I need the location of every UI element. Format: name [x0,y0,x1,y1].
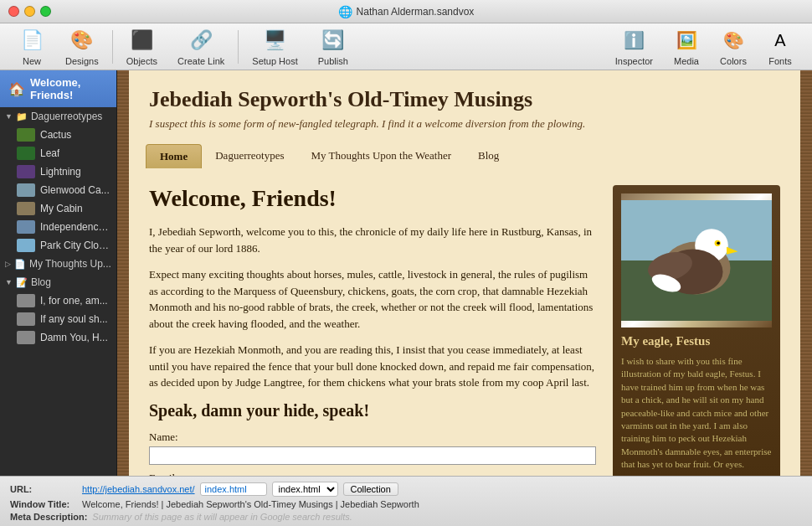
colors-icon: 🎨 [720,27,747,54]
publish-button[interactable]: 🔄 Publish [308,27,358,66]
content-area: Jebediah Sepworth's Old-Timey Musings I … [117,70,812,476]
sidebar-welcome-label: Welcome, Friends! [30,76,108,101]
fonts-button[interactable]: A Fonts [757,27,804,66]
inspector-icon: ℹ️ [620,27,647,54]
sidebar-item-independence[interactable]: Independence... [0,218,116,236]
name-input[interactable] [149,446,596,465]
site-subtitle: I suspect this is some form of new-fangl… [149,117,780,131]
blog-icon: 📝 [16,277,28,288]
thumb-lightning [17,165,35,178]
create-link-button[interactable]: 🔗 Create Link [167,27,234,66]
page-title: Welcome, Friends! [149,185,596,212]
nav-thoughts[interactable]: My Thoughts Upon the Weather [298,144,465,168]
thumb-glenwood [17,183,35,197]
close-button[interactable] [8,6,19,17]
nav-bar: Home Daguerreotypes My Thoughts Upon the… [146,144,780,168]
separator-2 [238,30,239,64]
title-bar: 🌐 Nathan Alderman.sandvox [0,0,812,23]
expand-arrow: ▼ [5,112,13,121]
page-wrapper: Jebediah Sepworth's Old-Timey Musings I … [117,70,812,476]
page-icon: 📄 [14,259,26,270]
sidebar-item-blog2[interactable]: If any soul sh... [0,310,116,328]
objects-icon: ⬛ [128,27,155,54]
section-label: Daguerreotypes [31,111,102,122]
expand-arrow-3: ▼ [5,278,13,286]
url-file-input[interactable] [200,482,267,496]
objects-button[interactable]: ⬛ Objects [116,27,167,66]
meta-row: Meta Description: Summary of this page a… [10,512,802,522]
thumb-blog3 [17,331,35,344]
bottom-bar: URL: http://jebediah.sandvox.net/ index.… [0,476,812,526]
sidebar-item-leaf[interactable]: Leaf [0,144,116,162]
toolbar: 📄 New 🎨 Designs ⬛ Objects 🔗 Create Link … [0,23,812,70]
thumb-leaf [17,147,35,160]
eagle-caption: My eagle, Festus [621,334,772,348]
window-title-value: Welcome, Friends! | Jebediah Sepworth's … [82,499,419,509]
thumb-blog2 [17,312,35,326]
inspector-button[interactable]: ℹ️ Inspector [605,27,663,66]
sidebar-item-lightning[interactable]: Lightning [0,162,116,181]
colors-button[interactable]: 🎨 Colors [710,27,757,66]
thumb-independence [17,220,35,234]
nav-blog[interactable]: Blog [465,144,512,168]
sidebar-section-thoughts[interactable]: ▷ 📄 My Thoughts Up... [0,255,116,273]
link-icon: 🔗 [188,27,214,54]
paragraph-1: I, Jebediah Sepworth, welcome you to thi… [149,224,596,256]
window-controls[interactable] [8,6,51,17]
svg-point-6 [717,242,720,245]
eagle-text: I wish to share with you this fine illus… [621,355,772,472]
meta-placeholder: Summary of this page as it will appear i… [92,512,352,522]
email-label: Email: [149,472,596,477]
meta-label: Meta Description: [10,512,87,522]
setup-host-icon: 🖥️ [262,27,289,54]
new-icon: 📄 [18,27,45,54]
sidebar-item-glenwood[interactable]: Glenwood Ca... [0,181,116,199]
maximize-button[interactable] [40,6,51,17]
site-title: Jebediah Sepworth's Old-Timey Musings [149,87,780,112]
welcome-icon: 🏠 [8,81,25,97]
separator-1 [112,30,113,64]
name-label: Name: [149,431,596,444]
sidebar-item-cactus[interactable]: Cactus [0,126,116,144]
nav-home[interactable]: Home [146,144,202,168]
window-title: Nathan Alderman.sandvox [357,6,475,18]
url-select[interactable]: index.html [272,482,338,497]
designs-button[interactable]: 🎨 Designs [55,27,109,66]
sidebar-welcome[interactable]: 🏠 Welcome, Friends! [0,70,116,107]
eagle-image [621,193,772,327]
main-column: Welcome, Friends! I, Jebediah Sepworth, … [149,185,596,476]
designs-icon: 🎨 [69,27,95,54]
thumb-blog1 [17,294,35,307]
window-title-label: Window Title: [10,499,77,509]
sidebar-item-cabin[interactable]: My Cabin [0,199,116,218]
thumb-cabin [17,202,35,215]
window-title-row: Window Title: Welcome, Friends! | Jebedi… [10,499,802,509]
collection-button[interactable]: Collection [343,482,398,496]
paragraph-2: Expect many exciting thoughts about hors… [149,266,596,332]
thumb-cactus [17,128,35,142]
fonts-icon: A [767,27,794,54]
sidebar-section-daguerreotypes[interactable]: ▼ 📁 Daguerreotypes [0,107,116,126]
publish-icon: 🔄 [320,27,347,54]
new-button[interactable]: 📄 New [8,27,55,66]
main-layout: 🏠 Welcome, Friends! ▼ 📁 Daguerreotypes C… [0,70,812,476]
setup-host-button[interactable]: 🖥️ Setup Host [242,27,307,66]
sidebar-item-park-city[interactable]: Park City Clouds [0,236,116,255]
side-column: My eagle, Festus I wish to share with yo… [613,185,780,476]
minimize-button[interactable] [24,6,35,17]
paragraph-3: If you are Hezekiah Monmoth, and you are… [149,342,596,391]
sidebar-item-blog1[interactable]: I, for one, am... [0,291,116,310]
nav-daguerreotypes[interactable]: Daguerreotypes [202,144,297,168]
sidebar-item-blog3[interactable]: Damn You, H... [0,328,116,347]
two-column-layout: Welcome, Friends! I, Jebediah Sepworth, … [149,185,780,476]
url-row: URL: http://jebediah.sandvox.net/ index.… [10,482,802,497]
form-heading: Speak, damn your hide, speak! [149,401,596,420]
media-icon: 🖼️ [673,27,700,54]
media-button[interactable]: 🖼️ Media [663,27,710,66]
eagle-box: My eagle, Festus I wish to share with yo… [613,185,780,476]
folder-icon: 📁 [16,111,28,122]
sidebar-section-blog[interactable]: ▼ 📝 Blog [0,273,116,291]
url-label: URL: [10,484,77,494]
blog-label: Blog [31,276,51,288]
thumb-park-city [17,239,35,252]
